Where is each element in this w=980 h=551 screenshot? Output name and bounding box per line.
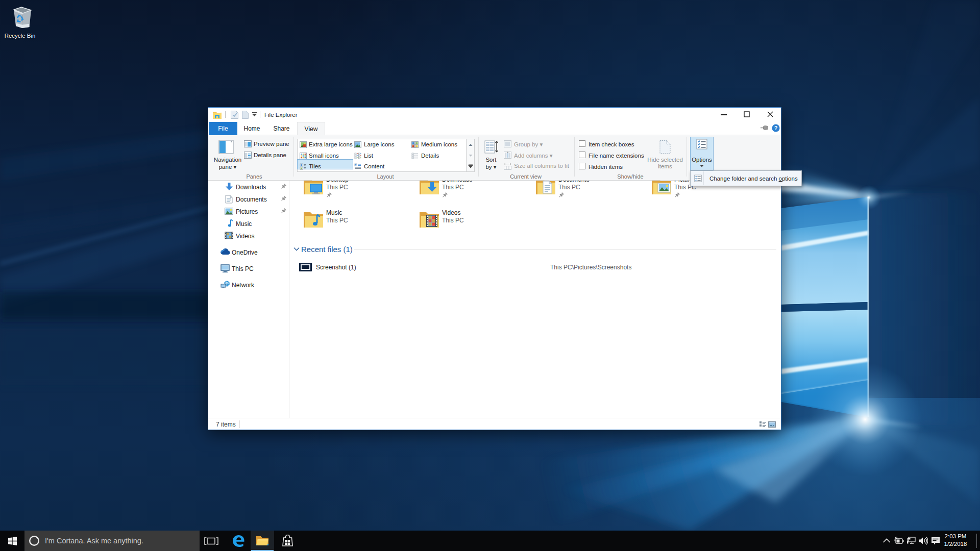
svg-text:?: ?: [774, 125, 778, 131]
